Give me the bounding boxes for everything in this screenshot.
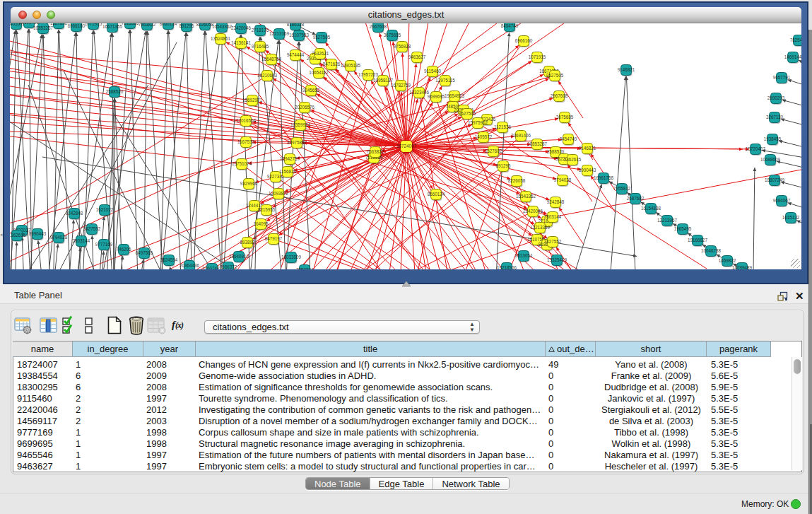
- svg-text:17957223: 17957223: [358, 72, 379, 77]
- svg-text:12213967: 12213967: [657, 218, 678, 223]
- svg-text:7632621: 7632621: [312, 51, 329, 56]
- svg-text:7515526: 7515526: [122, 23, 139, 25]
- svg-text:9146821: 9146821: [618, 67, 635, 72]
- svg-text:9777169: 9777169: [95, 242, 113, 247]
- svg-text:1615132: 1615132: [782, 215, 800, 220]
- svg-text:9657791: 9657791: [773, 75, 791, 80]
- svg-text:10958137: 10958137: [373, 78, 394, 83]
- svg-text:9463627: 9463627: [408, 54, 426, 59]
- svg-text:10853287: 10853287: [527, 141, 548, 146]
- svg-text:12213369: 12213369: [269, 31, 290, 36]
- svg-text:891295: 891295: [495, 163, 511, 168]
- svg-text:3427552: 3427552: [544, 239, 562, 244]
- svg-text:30975867: 30975867: [287, 140, 307, 145]
- svg-text:16961758: 16961758: [594, 175, 614, 180]
- svg-text:891295: 891295: [179, 23, 194, 28]
- svg-text:1938455: 1938455: [764, 136, 782, 141]
- svg-text:15692971: 15692971: [242, 98, 263, 103]
- svg-text:22420046: 22420046: [231, 25, 252, 30]
- svg-text:9794028: 9794028: [50, 235, 68, 240]
- svg-text:3624554: 3624554: [160, 257, 178, 262]
- svg-text:9242848: 9242848: [66, 211, 83, 216]
- svg-text:7986372: 7986372: [220, 264, 237, 269]
- svg-text:164095: 164095: [253, 221, 269, 226]
- svg-text:3427552: 3427552: [83, 226, 101, 231]
- svg-text:12975115: 12975115: [435, 78, 455, 83]
- svg-text:19654923: 19654923: [445, 93, 465, 98]
- svg-text:2588520: 2588520: [547, 149, 565, 154]
- svg-text:16671355: 16671355: [102, 24, 123, 29]
- svg-text:1071915: 1071915: [85, 23, 102, 26]
- svg-text:1362615: 1362615: [10, 233, 26, 238]
- svg-text:7663822: 7663822: [139, 23, 156, 27]
- svg-text:15720407: 15720407: [746, 146, 766, 151]
- svg-text:9699695: 9699695: [428, 94, 445, 99]
- svg-text:22420046: 22420046: [523, 209, 543, 214]
- svg-text:746206: 746206: [116, 247, 131, 252]
- svg-text:1469822: 1469822: [719, 258, 736, 263]
- svg-text:17359924: 17359924: [290, 122, 311, 127]
- svg-text:6479197: 6479197: [265, 236, 283, 241]
- svg-text:9716485: 9716485: [252, 44, 269, 49]
- svg-text:14136141: 14136141: [231, 40, 252, 45]
- svg-text:18724007: 18724007: [396, 144, 417, 148]
- svg-text:8471626: 8471626: [323, 62, 341, 66]
- svg-text:16107553: 16107553: [289, 33, 310, 37]
- svg-text:2687682: 2687682: [627, 196, 645, 201]
- svg-text:7955812: 7955812: [613, 186, 631, 191]
- svg-text:8990443: 8990443: [29, 231, 47, 236]
- svg-text:10853287: 10853287: [33, 25, 54, 30]
- svg-text:16648784: 16648784: [261, 57, 282, 62]
- svg-text:6497565: 6497565: [136, 250, 153, 255]
- svg-text:13325419: 13325419: [547, 257, 567, 262]
- svg-text:9756928: 9756928: [394, 44, 411, 49]
- svg-text:1527602: 1527602: [485, 148, 502, 153]
- svg-text:16210643: 16210643: [257, 73, 278, 78]
- svg-text:12213369: 12213369: [530, 225, 551, 230]
- svg-text:1621022: 1621022: [96, 207, 114, 212]
- svg-text:1469144: 1469144: [784, 54, 801, 59]
- svg-text:1405572: 1405572: [475, 134, 493, 139]
- svg-text:19218506: 19218506: [497, 265, 517, 269]
- svg-text:20691406: 20691406: [19, 23, 40, 25]
- svg-text:8454749: 8454749: [501, 23, 519, 28]
- svg-text:8813054: 8813054: [515, 253, 533, 258]
- svg-text:10688609: 10688609: [760, 157, 781, 162]
- svg-text:12942757: 12942757: [280, 156, 300, 161]
- svg-text:16782759: 16782759: [391, 83, 411, 88]
- svg-text:18807249: 18807249: [765, 177, 785, 182]
- svg-text:8454749: 8454749: [560, 136, 577, 141]
- svg-text:1071915: 1071915: [529, 54, 546, 59]
- svg-text:2967608: 2967608: [551, 93, 568, 98]
- svg-text:9527505: 9527505: [459, 111, 476, 116]
- svg-text:2690293: 2690293: [767, 95, 785, 100]
- svg-text:893892: 893892: [240, 240, 255, 245]
- svg-text:2967608: 2967608: [370, 24, 387, 29]
- svg-text:2718176: 2718176: [252, 28, 269, 33]
- svg-text:8990443: 8990443: [579, 168, 596, 173]
- svg-text:1527602: 1527602: [50, 23, 68, 25]
- svg-text:15975902: 15975902: [468, 120, 488, 125]
- svg-text:16543362: 16543362: [516, 194, 536, 199]
- svg-text:9245652: 9245652: [302, 88, 320, 93]
- svg-text:9794028: 9794028: [554, 177, 572, 182]
- svg-text:13524851: 13524851: [211, 36, 231, 41]
- svg-text:14099489: 14099489: [732, 265, 753, 269]
- svg-text:3267110: 3267110: [766, 115, 784, 119]
- svg-text:20364436: 20364436: [180, 263, 200, 268]
- svg-text:9242848: 9242848: [547, 199, 565, 204]
- svg-text:8660124: 8660124: [160, 23, 177, 26]
- svg-text:12905135: 12905135: [341, 63, 361, 68]
- svg-text:1362615: 1362615: [564, 157, 582, 162]
- svg-text:2803144: 2803144: [73, 238, 90, 243]
- svg-text:1965495: 1965495: [674, 226, 692, 231]
- svg-text:17016504: 17016504: [236, 118, 257, 123]
- svg-text:9146821: 9146821: [579, 146, 596, 151]
- svg-text:18640910: 18640910: [229, 254, 249, 259]
- svg-text:12323446: 12323446: [409, 90, 430, 95]
- svg-text:1167533: 1167533: [237, 139, 255, 144]
- svg-text:20691406: 20691406: [511, 133, 531, 138]
- svg-text:1121536: 1121536: [494, 124, 512, 129]
- svg-text:8186328: 8186328: [287, 23, 305, 27]
- svg-text:7663822: 7663822: [367, 149, 384, 154]
